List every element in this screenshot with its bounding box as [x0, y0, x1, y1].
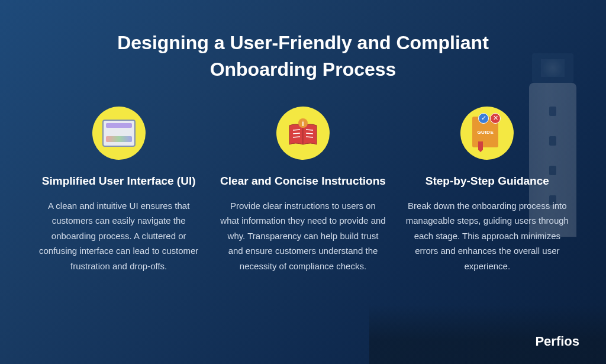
feature-description: Provide clear instructions to users on w… [220, 198, 386, 274]
book-icon-circle: i [276, 107, 330, 160]
svg-line-1 [293, 133, 300, 134]
svg-line-2 [293, 137, 300, 137]
main-content: Designing a User-Friendly and Compliant … [0, 0, 606, 364]
svg-text:i: i [302, 120, 304, 128]
feature-title: Step-by-Step Guidance [404, 175, 570, 188]
feature-title: Simplified User Interface (UI) [36, 175, 202, 188]
info-book-icon: i [287, 118, 319, 148]
guide-icon-circle: ✓ ✕ [460, 107, 514, 160]
feature-simplified-ui: Simplified User Interface (UI) A clean a… [36, 107, 202, 274]
feature-description: Break down the onboarding process into m… [404, 198, 570, 274]
brand-logo: Perfios [535, 334, 579, 349]
feature-step-guidance: ✓ ✕ Step-by-Step Guidance Break down the… [404, 107, 570, 274]
svg-line-5 [306, 137, 313, 137]
check-badge-icon: ✓ [478, 113, 489, 124]
feature-description: A clean and intuitive UI ensures that cu… [36, 198, 202, 274]
guide-book-icon: ✓ ✕ [472, 117, 502, 150]
svg-line-0 [293, 130, 300, 130]
svg-line-3 [306, 130, 313, 130]
x-badge-icon: ✕ [490, 113, 501, 124]
feature-clear-instructions: i Clear and Concise Instructions Provide… [220, 107, 386, 274]
ui-dashboard-icon [102, 120, 136, 147]
feature-title: Clear and Concise Instructions [220, 175, 386, 188]
ui-icon-circle [92, 107, 146, 160]
page-title: Designing a User-Friendly and Compliant … [96, 30, 510, 83]
features-row: Simplified User Interface (UI) A clean a… [36, 107, 570, 274]
svg-line-4 [306, 133, 313, 134]
